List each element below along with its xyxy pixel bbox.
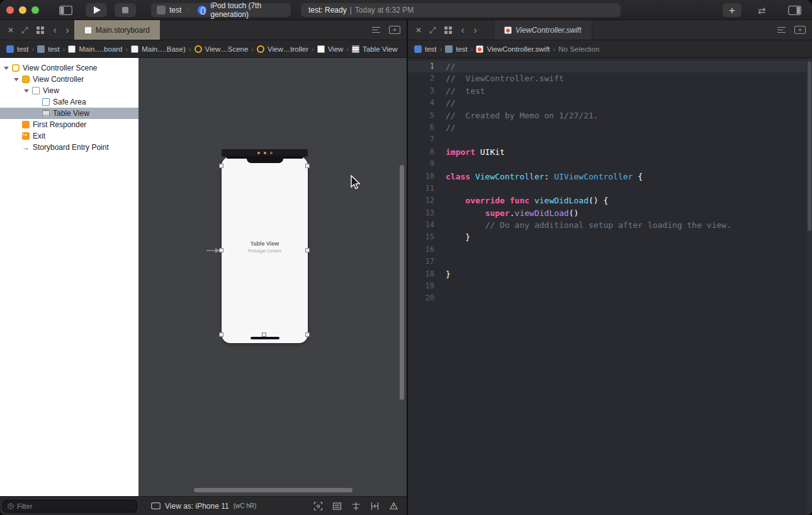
code-line[interactable]: 17 [408, 256, 812, 268]
embed-in-stack-icon[interactable] [332, 501, 342, 511]
add-editor-icon[interactable]: + [389, 26, 400, 34]
breadcrumb-viewcontroller-swift[interactable]: ViewController.swift [476, 45, 550, 53]
editor-layout-grid-icon[interactable] [444, 26, 452, 34]
outline-row-table-view[interactable]: Table View [0, 108, 138, 119]
outline-row-view-controller[interactable]: View Controller [0, 74, 138, 85]
line-number[interactable]: 9 [408, 158, 434, 170]
outline-row-storyboard-entry-point[interactable]: →Storyboard Entry Point [0, 142, 138, 153]
update-frames-icon[interactable] [313, 501, 324, 511]
code-line[interactable]: 5// Created by Memo on 1/27/21. [408, 110, 812, 122]
line-number[interactable]: 6 [408, 122, 434, 133]
outline-row-view[interactable]: View [0, 85, 138, 96]
code-line[interactable]: 15 } [408, 231, 812, 243]
code-scrollbar-thumb[interactable] [808, 61, 811, 231]
breadcrumb-table-view[interactable]: Table View [352, 45, 397, 53]
minimap-icon[interactable] [372, 27, 380, 33]
code-line[interactable]: 20 [408, 292, 812, 304]
resolve-auto-layout-icon[interactable] [388, 501, 399, 511]
tab-viewcontroller-swift[interactable]: ViewController.swift [493, 20, 592, 40]
line-number[interactable]: 5 [408, 110, 434, 122]
code-line[interactable]: 14 // Do any additional setup after load… [408, 219, 812, 231]
view-controller-scene-device[interactable]: Table View Prototype Content [222, 157, 308, 343]
code-scrollbar-track[interactable] [806, 58, 812, 515]
close-editor-icon[interactable]: ✕ [415, 26, 422, 35]
disclosure-triangle-icon[interactable] [4, 67, 9, 70]
code-line[interactable]: 19 [408, 280, 812, 292]
outline-row-first-responder[interactable]: First Responder [0, 119, 138, 130]
canvas-vertical-scrollbar[interactable] [400, 165, 404, 400]
close-window-button[interactable] [6, 6, 14, 14]
library-add-button[interactable]: + [723, 3, 742, 17]
selection-handle[interactable] [219, 164, 223, 168]
line-number[interactable]: 17 [408, 256, 434, 268]
breadcrumb-view[interactable]: View [317, 45, 344, 53]
view-as-control[interactable]: View as: iPhone 11 (wC hR) [151, 502, 256, 511]
code-line[interactable]: 3// test [408, 85, 812, 97]
line-number[interactable]: 13 [408, 207, 434, 219]
selection-handle[interactable] [305, 332, 310, 337]
code-line[interactable]: 2// ViewController.swift [408, 72, 812, 84]
editor-layout-grid-icon[interactable] [37, 26, 44, 34]
outline-row-safe-area[interactable]: Safe Area [0, 96, 138, 108]
forward-icon[interactable]: › [65, 25, 69, 35]
source-editor[interactable]: 1//2// ViewController.swift3// test4//5/… [408, 58, 812, 515]
code-line[interactable]: 7 [408, 133, 812, 145]
minimap-icon[interactable] [777, 27, 786, 33]
code-line[interactable]: 9 [408, 158, 812, 170]
align-icon[interactable] [351, 501, 361, 511]
code-review-button[interactable]: ⇄ [750, 3, 773, 17]
minimize-window-button[interactable] [19, 6, 26, 14]
code-line[interactable]: 18} [408, 268, 812, 280]
back-icon[interactable]: ‹ [53, 25, 57, 35]
selection-handle[interactable] [262, 332, 266, 337]
zoom-window-button[interactable] [31, 6, 39, 14]
disclosure-triangle-icon[interactable] [24, 89, 29, 93]
selection-handle[interactable] [305, 164, 310, 168]
line-number[interactable]: 12 [408, 195, 434, 207]
filter-field[interactable] [3, 500, 137, 512]
code-line[interactable]: 16 [408, 244, 812, 256]
line-number[interactable]: 14 [408, 219, 434, 231]
code-line[interactable]: 12 override func viewDidLoad() { [408, 195, 812, 207]
breadcrumb-main-base[interactable]: Main….Base) [131, 45, 186, 53]
selection-handle[interactable] [305, 248, 310, 252]
breadcrumb-test[interactable]: test [445, 45, 468, 53]
outline-row-view-controller-scene[interactable]: View Controller Scene [0, 62, 138, 74]
add-editor-icon[interactable]: + [794, 26, 806, 34]
scheme-selector[interactable]: test 〉 iPod touch (7th generation) [151, 3, 291, 17]
canvas-horizontal-scrollbar[interactable] [194, 488, 352, 492]
line-number[interactable]: 7 [408, 133, 434, 145]
code-line[interactable]: 6// [408, 122, 812, 133]
breadcrumb-test[interactable]: test [37, 45, 60, 53]
navigator-sidebar-toggle-button[interactable] [57, 3, 74, 17]
line-number[interactable]: 4 [408, 97, 434, 109]
close-editor-icon[interactable]: ✕ [8, 26, 14, 35]
filter-input[interactable] [17, 502, 132, 510]
breadcrumb-main-board[interactable]: Main….board [68, 45, 122, 53]
code-line[interactable]: 11 [408, 183, 812, 195]
outline-row-exit[interactable]: Exit [0, 130, 138, 142]
line-number[interactable]: 16 [408, 244, 434, 256]
selection-handle[interactable] [219, 332, 223, 337]
line-number[interactable]: 19 [408, 280, 434, 292]
line-number[interactable]: 1 [408, 60, 434, 72]
tab-main-storyboard[interactable]: Main.storyboard [74, 20, 160, 40]
line-number[interactable]: 2 [408, 72, 434, 84]
add-constraints-icon[interactable] [369, 501, 380, 511]
back-icon[interactable]: ‹ [461, 25, 465, 35]
line-number[interactable]: 3 [408, 85, 434, 97]
line-number[interactable]: 15 [408, 231, 434, 243]
breadcrumb-view-troller[interactable]: View…troller [257, 45, 308, 53]
code-line[interactable]: 10class ViewController: UIViewController… [408, 171, 812, 183]
line-number[interactable]: 10 [408, 171, 434, 183]
expand-editor-icon[interactable]: ⤢ [429, 25, 436, 35]
forward-icon[interactable]: › [473, 25, 477, 35]
inspector-sidebar-toggle-button[interactable] [784, 3, 804, 17]
code-line[interactable]: 4// [408, 97, 812, 109]
line-number[interactable]: 18 [408, 268, 434, 280]
breadcrumb-test[interactable]: test [414, 45, 437, 53]
breadcrumb-no-selection[interactable]: No Selection [558, 45, 599, 53]
code-line[interactable]: 1// [408, 60, 812, 72]
line-number[interactable]: 20 [408, 292, 434, 304]
code-line[interactable]: 8import UIKit [408, 146, 812, 158]
